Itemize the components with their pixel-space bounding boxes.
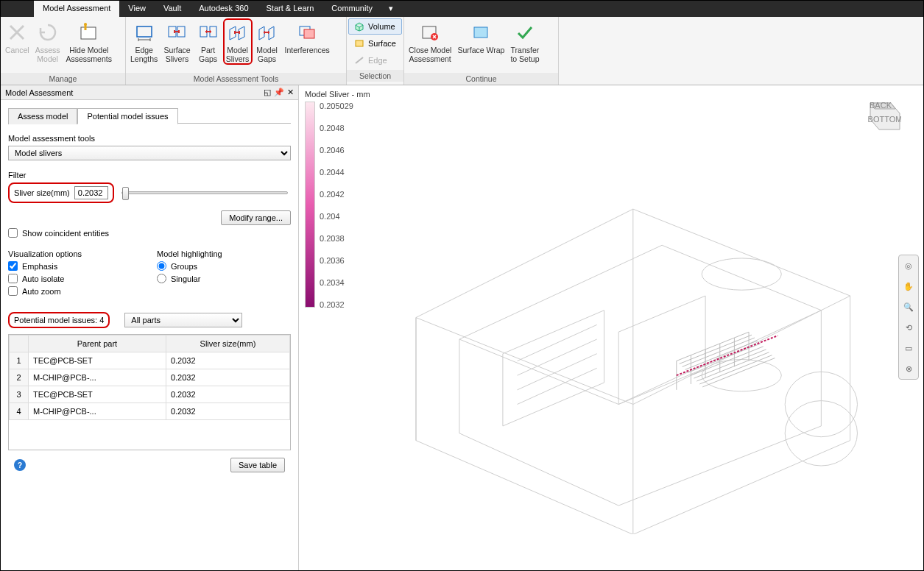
nav-zoom-icon[interactable]: 🔍 (901, 299, 916, 314)
svg-rect-12 (474, 27, 487, 38)
sliver-size-slider[interactable] (121, 191, 288, 194)
cancel-button[interactable]: Cancel (2, 18, 32, 54)
table-row[interactable]: 4M-CHIP@PCB-...0.2032 (10, 403, 290, 420)
nav-pan-icon[interactable]: ✋ (901, 279, 916, 294)
svg-rect-2 (137, 26, 152, 37)
checkmark-icon (513, 21, 537, 44)
model-wireframe (373, 130, 879, 534)
auto-isolate-label: Auto isolate (22, 274, 64, 283)
auto-isolate-checkbox[interactable] (8, 274, 18, 283)
legend-title: Model Sliver - mm (305, 90, 370, 99)
model-assessment-panel: Model Assessment ◱ 📌 ✕ Assess model Pote… (1, 85, 299, 570)
tools-label: Model assessment tools (8, 134, 291, 143)
menu-overflow-icon[interactable]: ▾ (381, 1, 401, 17)
menu-tab-view[interactable]: View (119, 1, 155, 17)
highlight-label: Model highlighting (157, 249, 291, 258)
viz-options-label: Visualization options (8, 249, 142, 258)
col-size[interactable]: Sliver size(mm) (166, 336, 289, 352)
menu-tab-community[interactable]: Community (322, 1, 381, 17)
legend-ticks: 0.2050290.20480.20460.20440.20420.2040.2… (320, 102, 353, 309)
edge-icon (353, 54, 365, 66)
menu-tab-start-learn[interactable]: Start & Learn (258, 1, 323, 17)
sliver-size-input[interactable] (74, 186, 108, 199)
ribbon-group-continue-label: Continue (404, 73, 558, 85)
ribbon: Cancel Assess Model Hide Model Assessmen… (1, 17, 923, 85)
svg-rect-8 (304, 29, 314, 38)
main-menubar: Model Assessment View Vault Autodesk 360… (1, 1, 923, 17)
nav-close-icon[interactable]: ⊗ (901, 361, 916, 376)
issues-table: Parent part Sliver size(mm) 1TEC@PCB-SET… (9, 335, 290, 420)
emphasis-label: Emphasis (22, 262, 57, 271)
sliver-size-label: Sliver size(mm) (14, 188, 70, 197)
issues-count-label: Potential model issues: 4 (14, 316, 104, 324)
svg-rect-0 (81, 27, 96, 39)
help-icon[interactable]: ? (14, 459, 26, 471)
issues-count-highlight: Potential model issues: 4 (8, 312, 110, 328)
ribbon-group-manage-label: Manage (1, 73, 125, 85)
table-row[interactable]: 3TEC@PCB-SET0.2032 (10, 386, 290, 403)
part-gaps-icon (197, 21, 220, 44)
selection-surface[interactable]: Surface (348, 35, 402, 52)
interferences-icon (295, 21, 319, 44)
interferences-button[interactable]: Interferences (282, 18, 333, 54)
show-coincident-label: Show coincident entities (22, 229, 109, 238)
svg-rect-9 (356, 40, 363, 46)
emphasis-checkbox[interactable] (8, 261, 18, 271)
ribbon-group-selection-label: Selection (347, 70, 403, 82)
singular-label: Singular (171, 274, 200, 283)
nav-lookat-icon[interactable]: ▭ (901, 341, 916, 355)
sliver-size-highlight: Sliver size(mm) (8, 182, 114, 203)
auto-zoom-checkbox[interactable] (8, 286, 18, 296)
surface-slivers-button[interactable]: Surface Slivers (161, 18, 193, 63)
tab-assess-model[interactable]: Assess model (8, 108, 77, 124)
selection-volume[interactable]: Volume (348, 18, 402, 35)
selection-edge: Edge (348, 52, 402, 68)
panel-restore-icon[interactable]: ◱ (264, 88, 271, 97)
surface-wrap-button[interactable]: Surface Wrap (454, 18, 507, 54)
tab-potential-issues[interactable]: Potential model issues (77, 108, 177, 124)
auto-zoom-label: Auto zoom (22, 287, 61, 296)
svg-text:BOTTOM: BOTTOM (868, 115, 901, 124)
panel-pin-icon[interactable]: 📌 (274, 88, 284, 97)
model-gaps-button[interactable]: Model Gaps (253, 18, 282, 63)
menu-tab-vault[interactable]: Vault (155, 1, 190, 17)
tools-select[interactable]: Model slivers (8, 146, 291, 160)
model-slivers-button[interactable]: Model Slivers (223, 18, 253, 65)
table-row[interactable]: 2M-CHIP@PCB-...0.2032 (10, 369, 290, 386)
col-parent[interactable]: Parent part (29, 336, 166, 352)
panel-close-icon[interactable]: ✕ (287, 88, 294, 97)
part-gaps-button[interactable]: Part Gaps (194, 18, 223, 63)
surface-slivers-icon (165, 21, 188, 44)
show-coincident-checkbox[interactable] (8, 228, 18, 238)
close-model-assessment-button[interactable]: Close Model Assessment (406, 18, 454, 63)
groups-label: Groups (171, 262, 197, 271)
transfer-to-setup-button[interactable]: Transfer to Setup (507, 18, 542, 63)
modify-range-button[interactable]: Modify range... (221, 210, 291, 225)
close-assessment-icon (418, 21, 442, 44)
volume-icon (353, 21, 365, 32)
groups-radio[interactable] (157, 261, 166, 271)
menu-tab-model-assessment[interactable]: Model Assessment (34, 1, 119, 17)
nav-orbit-icon[interactable]: ⟲ (901, 320, 916, 335)
nav-steering-icon[interactable]: ◎ (901, 258, 916, 273)
svg-point-18 (702, 360, 781, 391)
viewport[interactable]: Model Sliver - mm 0.2050290.20480.20460.… (299, 85, 923, 570)
surface-wrap-icon (469, 21, 493, 44)
hide-model-assessments-button[interactable]: Hide Model Assessments (63, 18, 115, 63)
filter-label: Filter (8, 171, 291, 180)
surface-icon (353, 38, 365, 49)
legend-gradient (305, 102, 315, 308)
cancel-icon (5, 21, 29, 44)
edge-lengths-button[interactable]: Edge Lengths (127, 18, 161, 63)
svg-point-17 (702, 258, 781, 290)
panel-title: Model Assessment (5, 88, 73, 97)
save-table-button[interactable]: Save table (230, 458, 285, 472)
menu-tab-autodesk360[interactable]: Autodesk 360 (190, 1, 257, 17)
singular-radio[interactable] (157, 274, 166, 283)
table-row[interactable]: 1TEC@PCB-SET0.2032 (10, 352, 290, 369)
assess-model-button[interactable]: Assess Model (32, 18, 63, 63)
nav-toolbar: ◎ ✋ 🔍 ⟲ ▭ ⊗ (898, 255, 919, 380)
hide-assessments-icon (77, 21, 101, 44)
parts-filter-select[interactable]: All parts (124, 313, 242, 327)
model-gaps-icon (255, 21, 279, 44)
